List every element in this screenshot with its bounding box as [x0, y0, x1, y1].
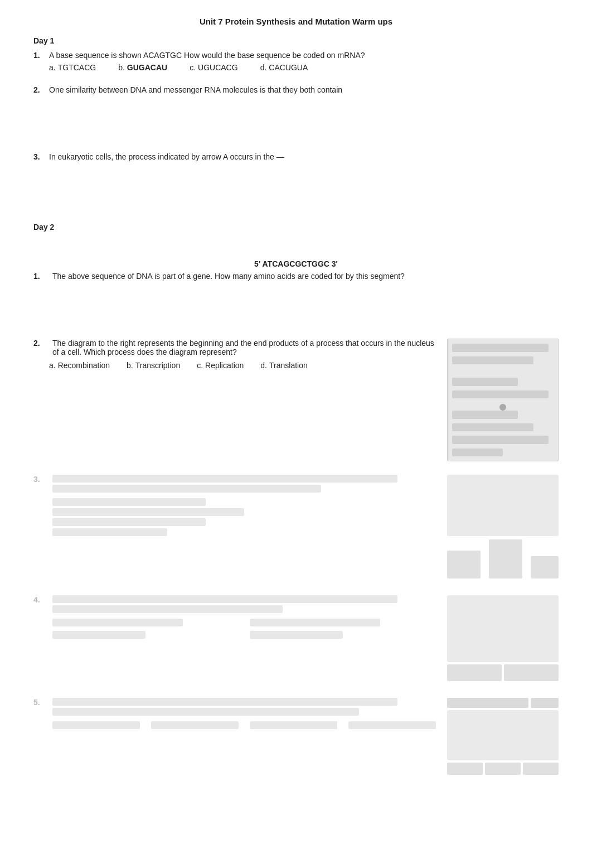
d2q1-text: The above sequence of DNA is part of a g… — [52, 272, 559, 281]
d2q2-b-value: Transcription — [135, 361, 180, 370]
d2q2-b-label: b. — [127, 361, 133, 370]
day2-blurred-q3: 3. — [33, 475, 559, 578]
blurred-q3-b — [52, 508, 244, 516]
blurred-q5-line2 — [52, 708, 359, 716]
q1-b-label: b. — [118, 63, 125, 72]
blurred-q4-b1 — [250, 619, 380, 626]
d2q2-answer-b: b. Transcription — [127, 361, 180, 370]
day2-section: Day 2 5' ATCAGCGCTGGC 3' 1. The above se… — [33, 223, 559, 775]
q1-answer-d: d. CACUGUA — [260, 63, 308, 72]
blurred-q5-line1 — [52, 698, 397, 706]
blurred-q5-c — [250, 721, 337, 729]
diagram-dot — [499, 404, 506, 411]
blurred-q4-num: 4. — [33, 595, 49, 615]
day2-question-1: 1. The above sequence of DNA is part of … — [33, 272, 559, 325]
q3-text: In eukaryotic cells, the process indicat… — [49, 152, 559, 161]
q1-answer-b: b. GUGACAU — [118, 63, 167, 72]
day2-blurred-q5: 5. — [33, 698, 559, 775]
d2q2-answer-a: a. Recombination — [49, 361, 110, 370]
diagram-row-2 — [452, 356, 533, 365]
page-title: Unit 7 Protein Synthesis and Mutation Wa… — [33, 17, 559, 26]
d2q2-d-label: d. — [260, 361, 267, 370]
day1-question-1: 1. A base sequence is shown ACAGTGC How … — [33, 51, 559, 72]
blurred-q3-c — [52, 518, 206, 526]
blurred-q4-diagram — [447, 595, 559, 681]
day1-question-2: 2. One similarity between DNA and messen… — [33, 85, 559, 139]
blurred-q4-line1 — [52, 595, 397, 603]
q1-answers: a. TGTCACG b. GUGACAU c. UGUCACG d. CACU… — [49, 63, 559, 72]
diagram-row-4 — [452, 390, 549, 399]
blurred-q4-line2 — [52, 605, 283, 613]
blurred-q5-diagram — [447, 698, 559, 775]
d2q2-number: 2. — [33, 339, 49, 348]
d2q2-a-value: Recombination — [58, 361, 110, 370]
d2q2-text-col: 2. The diagram to the right represents t… — [33, 339, 436, 370]
blurred-q3-line2 — [52, 485, 321, 493]
q3-number: 3. — [33, 152, 46, 161]
q1-text: A base sequence is shown ACAGTGC How wou… — [49, 51, 559, 60]
day2-question-2: 2. The diagram to the right represents t… — [33, 339, 559, 461]
blurred-q5-a — [52, 721, 140, 729]
diagram-row-3 — [452, 378, 518, 386]
q2-text: One similarity between DNA and messenger… — [49, 85, 559, 94]
q1-c-label: c. — [190, 63, 196, 72]
d2q2-c-label: c. — [197, 361, 203, 370]
blurred-q3-num: 3. — [33, 475, 49, 495]
q1-d-value: CACUGUA — [269, 63, 308, 72]
blurred-q4-b2 — [250, 631, 343, 639]
q1-number: 1. — [33, 51, 46, 60]
q2-number: 2. — [33, 85, 46, 94]
q1-d-label: d. — [260, 63, 267, 72]
q1-c-value: UGUCACG — [198, 63, 238, 72]
q1-a-value: TGTCACG — [58, 63, 96, 72]
dna-sequence: 5' ATCAGCGCTGGC 3' — [33, 259, 559, 268]
diagram-row-6 — [452, 423, 533, 432]
q1-a-label: a. — [49, 63, 56, 72]
d2q2-diagram-col — [447, 339, 559, 461]
d2q2-answer-c: c. Replication — [197, 361, 244, 370]
blurred-q3-d — [52, 528, 167, 536]
d2q2-answers: a. Recombination b. Transcription c. Rep… — [49, 361, 436, 370]
blurred-q4-answers — [52, 619, 436, 641]
blurred-q5-answers — [52, 721, 436, 731]
blurred-q3-line1 — [52, 475, 397, 483]
day1-question-3: 3. In eukaryotic cells, the process indi… — [33, 152, 559, 206]
blurred-q3-diagram — [447, 475, 559, 578]
diagram-row-7 — [452, 436, 549, 444]
d2q2-answer-d: d. Translation — [260, 361, 307, 370]
d2q1-number: 1. — [33, 272, 49, 281]
process-diagram — [447, 339, 559, 461]
diagram-row-8 — [452, 449, 503, 457]
d2q2-c-value: Replication — [205, 361, 244, 370]
blurred-q5-b — [151, 721, 239, 729]
d2q2-d-value: Translation — [269, 361, 308, 370]
day2-label: Day 2 — [33, 223, 559, 232]
d2q2-a-label: a. — [49, 361, 56, 370]
blurred-q4-a1 — [52, 619, 183, 626]
q1-b-value: GUGACAU — [127, 63, 167, 72]
blurred-q3-answers — [52, 498, 436, 536]
blurred-q5-num: 5. — [33, 698, 49, 718]
blurred-q3-a — [52, 498, 206, 506]
blurred-q4-a2 — [52, 631, 145, 639]
blurred-q5-d — [348, 721, 436, 729]
q1-answer-a: a. TGTCACG — [49, 63, 96, 72]
day1-label: Day 1 — [33, 36, 559, 45]
q1-answer-c: c. UGUCACG — [190, 63, 237, 72]
day2-blurred-q4: 4. — [33, 595, 559, 681]
diagram-row-5 — [452, 411, 518, 419]
d2q2-text: The diagram to the right represents the … — [52, 339, 436, 356]
diagram-row-1 — [452, 344, 549, 352]
